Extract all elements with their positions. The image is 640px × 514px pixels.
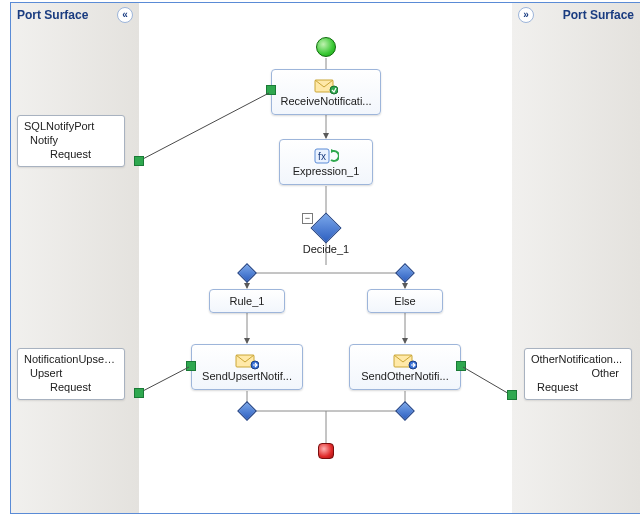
port-other-notification-title: OtherNotification... xyxy=(531,353,625,365)
send-icon xyxy=(393,352,417,370)
expression-shape[interactable]: fx Expression_1 xyxy=(279,139,373,185)
branch-left-diamond xyxy=(237,263,257,283)
expression-label: Expression_1 xyxy=(293,165,360,177)
send-other-shape[interactable]: SendOtherNotifi... xyxy=(349,344,461,390)
port-surface-left: Port Surface « SQLNotifyPort Notify Requ… xyxy=(11,3,139,513)
port-other-notification-operation: Other xyxy=(531,367,619,379)
sqlnotify-request-handle[interactable] xyxy=(134,156,144,166)
orchestration-area[interactable]: ReceiveNotificati... fx Expression_1 − D… xyxy=(139,3,512,513)
receive-icon xyxy=(314,77,338,95)
receive-port-handle[interactable] xyxy=(266,85,276,95)
port-notification-upsert-title: NotificationUpsert... xyxy=(24,353,118,365)
port-other-notification[interactable]: OtherNotification... Other Request xyxy=(524,348,632,400)
port-surface-right-title: Port Surface xyxy=(563,8,634,22)
expand-right-icon[interactable]: » xyxy=(518,7,534,23)
else-label: Else xyxy=(394,295,415,307)
othernotif-request-handle[interactable] xyxy=(507,390,517,400)
expression-icon: fx xyxy=(313,147,339,165)
send-upsert-shape[interactable]: SendUpsertNotif... xyxy=(191,344,303,390)
port-sqlnotify-request: Request xyxy=(50,148,118,160)
port-surface-right-header: » Port Surface xyxy=(512,3,640,27)
port-other-notification-request: Request xyxy=(537,381,625,393)
end-shape[interactable] xyxy=(318,443,334,459)
port-notification-upsert[interactable]: NotificationUpsert... Upsert Request xyxy=(17,348,125,400)
send-upsert-port-handle[interactable] xyxy=(186,361,196,371)
svg-text:fx: fx xyxy=(318,151,326,162)
port-notification-upsert-operation: Upsert xyxy=(30,367,118,379)
receive-shape[interactable]: ReceiveNotificati... xyxy=(271,69,381,115)
send-other-label: SendOtherNotifi... xyxy=(361,370,448,382)
collapse-left-icon[interactable]: « xyxy=(117,7,133,23)
send-other-port-handle[interactable] xyxy=(456,361,466,371)
designer-canvas: Port Surface « SQLNotifyPort Notify Requ… xyxy=(10,2,640,514)
port-sqlnotify-title: SQLNotifyPort xyxy=(24,120,118,132)
send-upsert-label: SendUpsertNotif... xyxy=(202,370,292,382)
decide-toggle[interactable]: − xyxy=(302,213,313,224)
port-notification-upsert-request: Request xyxy=(50,381,118,393)
port-sqlnotify[interactable]: SQLNotifyPort Notify Request xyxy=(17,115,125,167)
merge-left-diamond xyxy=(237,401,257,421)
port-surface-left-title: Port Surface xyxy=(17,8,88,22)
port-surface-right: » Port Surface OtherNotification... Othe… xyxy=(512,3,640,513)
rule-shape[interactable]: Rule_1 xyxy=(209,289,285,313)
port-surface-left-header: Port Surface « xyxy=(11,3,139,27)
port-sqlnotify-operation: Notify xyxy=(30,134,118,146)
send-icon xyxy=(235,352,259,370)
notifupsert-request-handle[interactable] xyxy=(134,388,144,398)
start-shape[interactable] xyxy=(316,37,336,57)
rule-label: Rule_1 xyxy=(230,295,265,307)
branch-right-diamond xyxy=(395,263,415,283)
merge-right-diamond xyxy=(395,401,415,421)
else-shape[interactable]: Else xyxy=(367,289,443,313)
decide-label: Decide_1 xyxy=(299,243,353,255)
receive-label: ReceiveNotificati... xyxy=(280,95,371,107)
decide-diamond[interactable] xyxy=(310,212,341,243)
